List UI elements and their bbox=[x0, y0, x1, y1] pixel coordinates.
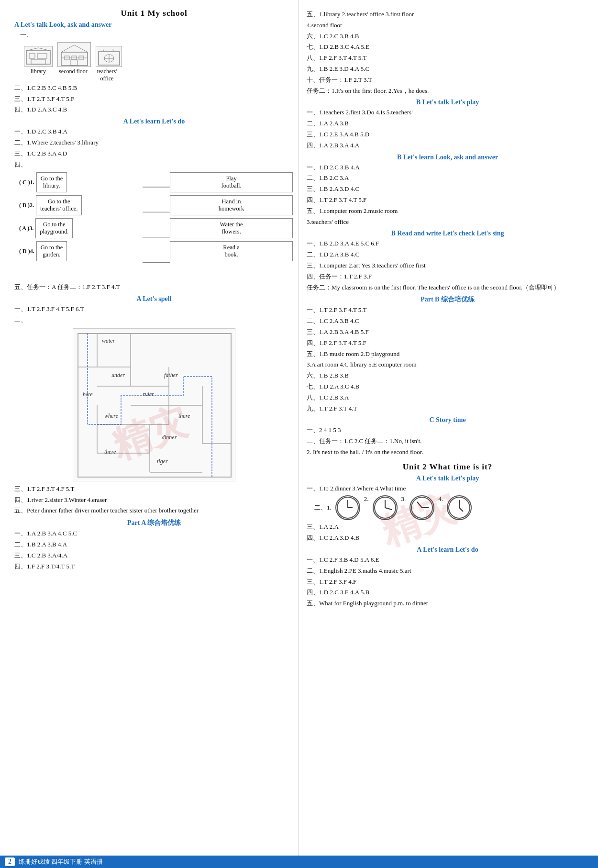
svg-line-7 bbox=[61, 45, 74, 52]
learn3: 三、1.C 2.B 3.A 4.D bbox=[14, 149, 294, 159]
music-image: ♪ ♫ bbox=[96, 46, 122, 67]
Bt1: 一、1.teachers 2.first 3.Do 4.Is 5.teacher… bbox=[307, 108, 588, 118]
clock-sep-1: 2. bbox=[364, 495, 369, 520]
pB7: 七、1.D 2.A 3.C 4.B bbox=[307, 382, 588, 392]
renwu2: 任务二：1.It's on the first floor. 2.Yes，he … bbox=[307, 86, 588, 96]
clocks-container: 二、1. 2. 3. bbox=[314, 495, 588, 520]
story1: 一、2 4 1 5 3 bbox=[307, 425, 588, 435]
learn-title: A Let's learn Let's do bbox=[14, 118, 294, 125]
page-number: 2 bbox=[5, 857, 15, 866]
pB8: 八、1.C 2.B 3.A bbox=[307, 393, 588, 403]
match-right-1: Playfootball. bbox=[170, 172, 293, 192]
u2-Atalk-title: A Let's talk Let's play bbox=[307, 475, 588, 482]
pB5b: 3.A art room 4.C library 5.E computer ro… bbox=[307, 360, 588, 370]
Bl5: 五、1.computer room 2.music room bbox=[307, 206, 588, 216]
B-rw-title: B Read and write Let's check Let's sing bbox=[307, 230, 588, 237]
word-where: where bbox=[104, 412, 118, 420]
Brw3: 三、1.computer 2.art Yes 3.teachers' offic… bbox=[307, 261, 588, 271]
match-right-3: Water theflowers. bbox=[170, 218, 293, 238]
svg-rect-2 bbox=[37, 54, 47, 58]
Bl3: 三、1.B 2.A 3.D 4.C bbox=[307, 184, 588, 194]
pB5: 五、1.B music room 2.D playground bbox=[307, 349, 588, 359]
right-column: 五、1.library 2.teachers' office 3.first f… bbox=[299, 0, 598, 868]
dash-one: 一、 bbox=[20, 30, 294, 40]
word-here: here bbox=[83, 391, 93, 398]
sectB-talk-title: B Let's talk Let's play bbox=[307, 99, 588, 106]
match-right-2: Hand inhomework bbox=[170, 195, 293, 215]
pB4: 四、1.F 2.F 3.T 4.T 5.F bbox=[307, 338, 588, 348]
clock-sep-3: 4. bbox=[438, 495, 443, 520]
word-dinner: dinner bbox=[162, 434, 177, 441]
svg-text:♫: ♫ bbox=[111, 48, 114, 52]
match-left-1: Go to thelibrary. bbox=[36, 172, 67, 192]
spell1: 一、1.T 2.F 3.F 4.T 5.F 6.T bbox=[14, 304, 294, 314]
word-there2: there bbox=[104, 448, 116, 456]
label-library: library bbox=[24, 68, 53, 82]
Bl4: 四、1.T 2.F 3.T 4.T 5.F bbox=[307, 195, 588, 205]
Brw1: 一、1.B 2.D 3.A 4.E 5.C 6.F bbox=[307, 239, 588, 249]
si-label: 四、 bbox=[14, 160, 294, 170]
unit2-title: Unit 2 What time is it? bbox=[307, 462, 588, 472]
partB-title: Part B 综合培优练 bbox=[307, 295, 588, 304]
Bt2: 二、1.A 2.A 3.B bbox=[307, 119, 588, 129]
clocks-row: 2. 3. 4. bbox=[335, 495, 472, 520]
line-si: 四、1.D 2.A 3.C 4.B bbox=[14, 105, 294, 115]
ba8: 八、1.F 2.F 3.T 4.T 5.T bbox=[307, 53, 588, 63]
match-left-4: Go to thegarden. bbox=[36, 241, 67, 261]
wu5-right: 五、1.library 2.teachers' office 3.first f… bbox=[307, 10, 588, 20]
learn2: 二、1.Where 2.teachers' 3.library bbox=[14, 138, 294, 148]
u2At4: 四、1.C 2.A 3.D 4.B bbox=[307, 533, 588, 543]
match-right-col: Playfootball. Hand inhomework Water thef… bbox=[170, 172, 293, 261]
images-row: ♪ ♫ bbox=[24, 42, 294, 67]
page: 精灾 精灾 Unit 1 My school A Let's talk Look… bbox=[0, 0, 598, 868]
svg-line-8 bbox=[74, 45, 88, 52]
u2Al4: 四、1.D 2.C 3.E 4.A 5.B bbox=[307, 588, 588, 598]
jiu9: 九、1.B 2.E 3.D 4.A 5.C bbox=[307, 64, 588, 74]
story2: 二、任务一：1.C 2.C 任务二：1.No, it isn't. bbox=[307, 436, 588, 446]
Bl2: 二、1.B 2.C 3.A bbox=[307, 173, 588, 183]
word-water: water bbox=[102, 337, 115, 345]
pB3: 三、1.A 2.B 3.A 4.B 5.F bbox=[307, 327, 588, 337]
pA2: 二、1.B 2.A 3.B 4.A bbox=[14, 540, 294, 550]
match-right-4: Read abook. bbox=[170, 241, 293, 261]
u2Al3: 三、1.T 2.F 3.F 4.F bbox=[307, 577, 588, 587]
svg-rect-1 bbox=[29, 54, 35, 58]
unit1-title: Unit 1 My school bbox=[14, 9, 294, 18]
sectionA-title: A Let's talk Look, ask and answer bbox=[14, 21, 294, 29]
u2Al1: 一、1.C 2.F 3.B 4.D 5.A 6.E bbox=[307, 555, 588, 565]
wu-peter: 五、Peter dinner father driver mother teac… bbox=[14, 506, 294, 516]
san3-left: 三、1.T 2.F 3.T 4.F 5.T bbox=[14, 484, 294, 494]
word-father: father bbox=[164, 372, 178, 379]
er2: 二、 bbox=[14, 315, 294, 325]
Bt3: 三、1.C 2.E 3.A 4.B 5.D bbox=[307, 130, 588, 140]
clock-1 bbox=[335, 495, 360, 520]
wu5-left: 五、任务一：A 任务二：1.F 2.T 3.F 4.T bbox=[14, 282, 294, 292]
bottom-text: 练册好成绩 四年级下册 英语册 bbox=[19, 857, 103, 866]
line-san: 三、1.T 2.T 3.F 4.T 5.F bbox=[14, 94, 294, 104]
svg-rect-12 bbox=[71, 60, 78, 66]
library-image bbox=[24, 46, 53, 67]
clock-sep-2: 3. bbox=[401, 495, 406, 520]
svg-line-4 bbox=[26, 48, 38, 51]
Bt4: 四、1.A 2.B 3.A 4.A bbox=[307, 141, 588, 151]
sectB-learn-title: B Let's learn Look, ask and answer bbox=[307, 154, 588, 161]
match-left-2: Go to theteachers' office. bbox=[36, 195, 82, 215]
word-under: under bbox=[111, 372, 125, 379]
clock-4 bbox=[447, 495, 472, 520]
maze-svg bbox=[73, 329, 236, 482]
svg-line-5 bbox=[38, 48, 50, 51]
line-er: 二、1.C 2.B 3.C 4.B 5.B bbox=[14, 83, 294, 93]
maze-container: water under father here ruler where ther… bbox=[73, 328, 235, 481]
match-left-3: Go to theplayground. bbox=[35, 218, 73, 238]
clock-label: 二、1. bbox=[314, 503, 332, 512]
Bl5b: 3.teachers' office bbox=[307, 217, 588, 227]
matching-area: ( C )1. Go to thelibrary. ( B )2. Go to … bbox=[19, 172, 293, 279]
pA1: 一、1.A 2.B 3.A 4.C 5.C bbox=[14, 529, 294, 539]
u2Al5: 五、What for English playground p.m. to di… bbox=[307, 599, 588, 609]
label-second-floor: second floor bbox=[56, 68, 90, 82]
word-ruler: ruler bbox=[143, 391, 154, 398]
Brw4: 四、任务一：1.T 2.F 3.F bbox=[307, 272, 588, 282]
maze-section: water under father here ruler where ther… bbox=[14, 328, 294, 481]
Brw5: 任务二：My classroom is on the first floor. … bbox=[307, 283, 588, 293]
Brw2: 二、1.D 2.A 3.B 4.C bbox=[307, 250, 588, 260]
